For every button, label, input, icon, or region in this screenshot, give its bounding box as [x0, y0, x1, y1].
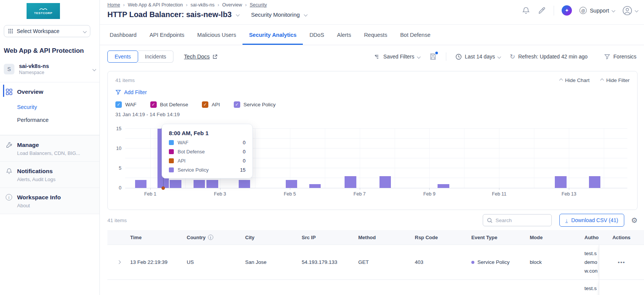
tech-docs-link[interactable]: Tech Docs — [184, 54, 217, 60]
chart-bar[interactable] — [438, 184, 449, 188]
x-axis-label: Feb 9 — [423, 191, 435, 197]
header-city[interactable]: City — [245, 235, 302, 240]
sidebar-item-security[interactable]: Security — [0, 101, 99, 114]
x-axis-label: Feb 5 — [284, 191, 296, 197]
incidents-toggle-button[interactable]: Incidents — [138, 50, 173, 63]
breadcrumb-home[interactable]: Home — [107, 2, 120, 8]
search-input[interactable] — [496, 218, 548, 223]
sidebar-item-manage[interactable]: Manage Load Balancers, CDN, BIG... — [0, 135, 99, 162]
header-authority[interactable]: Autho — [575, 233, 599, 242]
table-row[interactable]: 13 Feb 21:18:40 US San Jose 54.183.185.1… — [107, 280, 644, 295]
chart-bar[interactable] — [170, 180, 181, 188]
x-axis-label: Feb 13 — [562, 191, 576, 197]
cell-src-ip: 54.193.179.133 — [302, 259, 358, 265]
workspace-selector[interactable]: Select Workspace — [4, 25, 90, 37]
y-axis-label: 10 — [116, 146, 121, 151]
tab-requests[interactable]: Requests — [357, 25, 394, 45]
cell-country: US — [187, 259, 245, 265]
breadcrumb-overview[interactable]: Overview — [222, 2, 242, 8]
tab-dashboard[interactable]: Dashboard — [103, 25, 143, 45]
sidebar-item-notifications[interactable]: Notifications Alerts, Audit Logs — [0, 162, 99, 188]
header-rsp-code[interactable]: Rsp Code — [415, 235, 471, 240]
hide-filter-link[interactable]: Hide Filter — [601, 77, 630, 83]
hide-chart-link[interactable]: Hide Chart — [560, 77, 590, 83]
chart-bar[interactable] — [589, 176, 600, 188]
divider — [446, 52, 446, 61]
breadcrumb-namespace[interactable]: sai-vk8s-ns — [191, 2, 214, 8]
tabbar: Dashboard API Endpoints Malicious Users … — [100, 25, 644, 45]
legend-checkbox-service-policy[interactable]: ✓ Service Policy — [234, 101, 276, 108]
chevron-down-icon[interactable] — [236, 13, 239, 17]
chevron-down-icon[interactable] — [304, 13, 307, 17]
monitoring-selector[interactable]: Security Monitoring — [251, 11, 300, 18]
wrench-icon — [6, 142, 13, 148]
saved-filters-dropdown[interactable]: Saved Filters — [375, 54, 420, 60]
tab-api-endpoints[interactable]: API Endpoints — [143, 25, 191, 45]
add-filter-button[interactable]: Add Filter — [115, 89, 630, 95]
pen-icon[interactable] — [538, 6, 546, 15]
chart-bar[interactable] — [135, 180, 146, 188]
tab-alerts[interactable]: Alerts — [331, 25, 357, 45]
search-box — [483, 214, 552, 226]
save-filter-button[interactable] — [429, 53, 437, 60]
header-event-type[interactable]: Event Type — [471, 235, 530, 240]
row-actions-menu[interactable]: ••• — [618, 259, 625, 265]
sidebar-item-performance[interactable]: Performance — [0, 114, 99, 126]
chart-bar[interactable] — [309, 184, 321, 188]
header-country[interactable]: Country i — [187, 235, 245, 240]
namespace-selector[interactable]: S sai-vk8s-ns Namespace — [4, 63, 96, 75]
tooltip-row: Service Policy 15 — [169, 167, 246, 173]
time-range-label: Last 14 days — [465, 54, 495, 60]
chart-bar[interactable] — [345, 176, 356, 188]
tab-ddos[interactable]: DDoS — [303, 25, 331, 45]
cell-method: GET — [358, 259, 415, 265]
sidebar-item-label: Manage — [17, 142, 39, 148]
forensics-label: Forensics — [613, 54, 636, 60]
download-csv-label: Download CSV (41) — [571, 217, 618, 223]
download-csv-button[interactable]: ↓ Download CSV (41) — [559, 214, 624, 227]
breadcrumb-security[interactable]: Security — [250, 2, 267, 8]
chart-bar[interactable] — [555, 176, 566, 188]
x-axis-label: Feb 3 — [214, 191, 226, 197]
header-actions: Actions — [599, 235, 644, 240]
cell-actions: ••• — [599, 280, 644, 295]
series-label: Service Policy — [178, 167, 209, 173]
forensics-button[interactable]: Forensics — [604, 54, 636, 60]
header-method[interactable]: Method — [358, 235, 415, 240]
tab-bot-defense[interactable]: Bot Defense — [394, 25, 437, 45]
tab-malicious-users[interactable]: Malicious Users — [191, 25, 242, 45]
sidebar-item-workspace-info[interactable]: i Workspace Info About — [0, 188, 99, 214]
legend-checkbox-waf[interactable]: ✓ WAF — [115, 101, 137, 108]
sidebar-item-overview[interactable]: Overview — [0, 82, 99, 101]
chart-bar[interactable] — [206, 180, 218, 188]
support-menu[interactable]: @ Support — [579, 7, 615, 14]
chart-bar[interactable] — [194, 180, 205, 188]
header-src-ip[interactable]: Src IP — [302, 235, 358, 240]
legend-checkbox-api[interactable]: ✓ API — [202, 101, 220, 108]
namespace-type-label: Namespace — [19, 70, 49, 75]
cell-mode: block — [530, 259, 575, 265]
info-icon: i — [208, 235, 213, 240]
header-time[interactable]: Time — [130, 235, 187, 240]
tab-security-analytics[interactable]: Security Analytics — [242, 25, 303, 45]
breadcrumb-separator: › — [186, 2, 187, 8]
table-row[interactable]: 13 Feb 22:19:39 US San Jose 54.193.179.1… — [107, 245, 644, 280]
refresh-button[interactable]: ↻ Refresh: Updated 42 min ago — [510, 53, 587, 61]
header-mode[interactable]: Mode — [530, 235, 575, 240]
breadcrumb-waap[interactable]: Web App & API Protection — [128, 2, 183, 8]
events-toggle-button[interactable]: Events — [107, 50, 138, 63]
row-expander[interactable] — [107, 261, 130, 263]
chart-bar[interactable] — [379, 176, 391, 188]
chart-bar[interactable] — [286, 180, 297, 188]
event-type-dot — [471, 261, 474, 264]
chart-bar[interactable] — [239, 180, 250, 188]
time-range-dropdown[interactable]: Last 14 days — [455, 54, 501, 60]
account-menu[interactable] — [622, 6, 638, 16]
namespace-name: sai-vk8s-ns — [19, 63, 49, 69]
checkbox-checked-icon: ✓ — [202, 101, 208, 108]
table-settings-gear-icon[interactable]: ⚙ — [631, 216, 638, 225]
legend-checkbox-bot-defense[interactable]: ✓ Bot Defense — [150, 101, 188, 108]
cell-actions: ••• — [599, 245, 644, 279]
ai-assistant-badge[interactable]: ✦ — [562, 5, 572, 16]
notifications-bell-icon[interactable] — [522, 6, 530, 15]
